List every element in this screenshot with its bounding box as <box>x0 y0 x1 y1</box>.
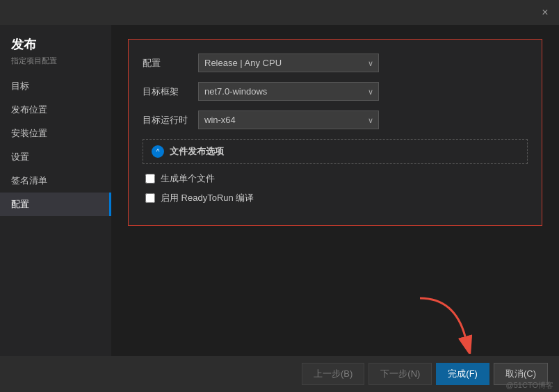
config-row: 配置 Release | Any CPU Debug | Any CPU Rel… <box>143 54 528 72</box>
finish-button[interactable]: 完成(F) <box>436 363 489 385</box>
framework-row: 目标框架 net7.0-windows net6.0-windows net5.… <box>143 82 528 101</box>
runtime-select[interactable]: win-x64 win-x86 win-arm64 linux-x64 osx-… <box>198 111 379 129</box>
config-select-wrapper: Release | Any CPU Debug | Any CPU Releas… <box>198 54 379 72</box>
sidebar-subtitle: 指定项目配置 <box>11 56 100 66</box>
prev-button[interactable]: 上一步(B) <box>302 363 364 385</box>
bottom-bar: 上一步(B) 下一步(N) 完成(F) 取消(C) <box>0 356 559 392</box>
runtime-label: 目标运行时 <box>143 114 198 126</box>
checkbox-readytorun[interactable] <box>145 193 155 203</box>
sidebar-title: 发布 <box>11 36 100 53</box>
checkbox-single-file-row: 生成单个文件 <box>145 172 528 185</box>
runtime-select-wrapper: win-x64 win-x86 win-arm64 linux-x64 osx-… <box>198 111 379 129</box>
section-title: 文件发布选项 <box>170 145 224 158</box>
close-button[interactable]: × <box>537 4 553 21</box>
checkbox-single-file[interactable] <box>145 174 155 183</box>
framework-label: 目标框架 <box>143 85 198 98</box>
checkbox-readytorun-row: 启用 ReadyToRun 编译 <box>145 192 528 204</box>
form-panel: 配置 Release | Any CPU Debug | Any CPU Rel… <box>128 39 542 226</box>
runtime-row: 目标运行时 win-x64 win-x86 win-arm64 linux-x6… <box>143 111 528 129</box>
sidebar-item-config[interactable]: 配置 <box>0 193 111 216</box>
content-area: 配置 Release | Any CPU Debug | Any CPU Rel… <box>111 25 559 356</box>
sidebar: 发布 指定项目配置 目标 发布位置 安装位置 设置 签名清单 配置 <box>0 25 111 356</box>
checkbox-readytorun-label: 启用 ReadyToRun 编译 <box>161 192 254 204</box>
framework-select-wrapper: net7.0-windows net6.0-windows net5.0-win… <box>198 82 379 101</box>
sidebar-header: 发布 指定项目配置 <box>0 36 111 74</box>
sidebar-item-install-location[interactable]: 安装位置 <box>0 122 111 145</box>
sidebar-item-target[interactable]: 目标 <box>0 74 111 98</box>
watermark: @51CTO博客 <box>506 380 553 391</box>
titlebar: × <box>0 0 559 25</box>
config-label: 配置 <box>143 57 198 70</box>
framework-select[interactable]: net7.0-windows net6.0-windows net5.0-win… <box>198 82 379 101</box>
sidebar-item-sign-manifest[interactable]: 签名清单 <box>0 169 111 193</box>
main-container: 发布 指定项目配置 目标 发布位置 安装位置 设置 签名清单 配置 配置 <box>0 25 559 356</box>
section-toggle-icon: ^ <box>152 145 164 158</box>
config-select[interactable]: Release | Any CPU Debug | Any CPU Releas… <box>198 54 379 72</box>
checkbox-single-file-label: 生成单个文件 <box>161 172 215 185</box>
file-publish-section-header[interactable]: ^ 文件发布选项 <box>143 139 528 164</box>
sidebar-item-settings[interactable]: 设置 <box>0 145 111 169</box>
sidebar-item-publish-location[interactable]: 发布位置 <box>0 98 111 122</box>
next-button[interactable]: 下一步(N) <box>368 363 432 385</box>
